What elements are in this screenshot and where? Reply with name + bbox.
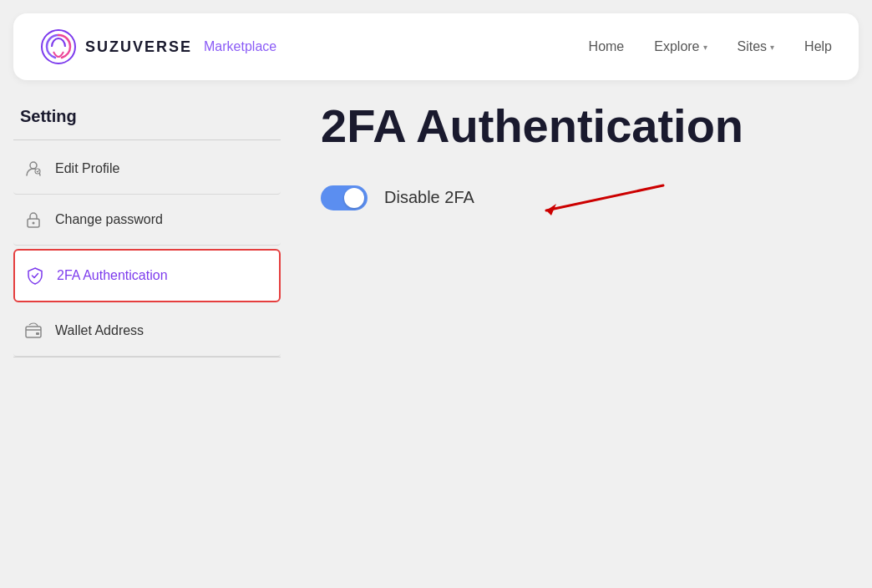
- arrow-annotation: [488, 177, 672, 223]
- change-password-label: Change password: [55, 212, 163, 227]
- toggle-label: Disable 2FA: [384, 188, 474, 207]
- page-title: 2FA Authentication: [321, 100, 819, 152]
- lock-icon: [23, 210, 43, 230]
- header: SUZUVERSE Marketplace Home Explore ▾ Sit…: [13, 13, 859, 80]
- sidebar-section-title: Setting: [13, 107, 281, 126]
- disable-2fa-toggle[interactable]: [321, 185, 368, 210]
- svg-point-2: [35, 169, 40, 174]
- logo-area: SUZUVERSE Marketplace: [40, 28, 276, 65]
- sidebar-divider-bottom: [13, 357, 281, 357]
- sidebar: Setting Edit Profile: [13, 100, 281, 361]
- nav-explore[interactable]: Explore ▾: [654, 39, 707, 54]
- nav-sites-label: Sites: [738, 39, 768, 54]
- nav-explore-label: Explore: [654, 39, 699, 54]
- explore-chevron-icon: ▾: [703, 43, 707, 52]
- nav-help-label: Help: [804, 39, 832, 54]
- svg-rect-5: [26, 327, 41, 337]
- sidebar-item-edit-profile[interactable]: Edit Profile: [13, 144, 281, 195]
- nav-sites[interactable]: Sites ▾: [738, 39, 775, 54]
- sidebar-item-2fa[interactable]: 2FA Authentication: [13, 249, 281, 302]
- nav-help[interactable]: Help: [804, 39, 832, 54]
- wallet-label: Wallet Address: [55, 323, 144, 338]
- person-icon: [23, 159, 43, 179]
- nav-home[interactable]: Home: [589, 39, 625, 54]
- svg-point-1: [30, 162, 37, 169]
- sidebar-divider-top: [13, 139, 281, 140]
- main-layout: Setting Edit Profile: [13, 100, 859, 361]
- main-content: 2FA Authentication Disable 2FA: [281, 100, 859, 361]
- svg-rect-6: [36, 332, 39, 335]
- nav-home-label: Home: [589, 39, 625, 54]
- brand-name: SUZUVERSE: [85, 38, 192, 56]
- 2fa-label: 2FA Authentication: [57, 268, 168, 283]
- sidebar-item-wallet[interactable]: Wallet Address: [13, 306, 281, 357]
- shield-icon: [25, 266, 45, 286]
- sites-chevron-icon: ▾: [770, 43, 774, 52]
- wallet-icon: [23, 321, 43, 341]
- logo-icon: [40, 28, 77, 65]
- main-nav: Home Explore ▾ Sites ▾ Help: [589, 39, 832, 54]
- toggle-row: Disable 2FA: [321, 185, 819, 210]
- marketplace-label: Marketplace: [204, 39, 276, 54]
- toggle-slider: [321, 185, 368, 210]
- svg-point-4: [33, 222, 35, 225]
- edit-profile-label: Edit Profile: [55, 161, 119, 176]
- sidebar-item-change-password[interactable]: Change password: [13, 195, 281, 246]
